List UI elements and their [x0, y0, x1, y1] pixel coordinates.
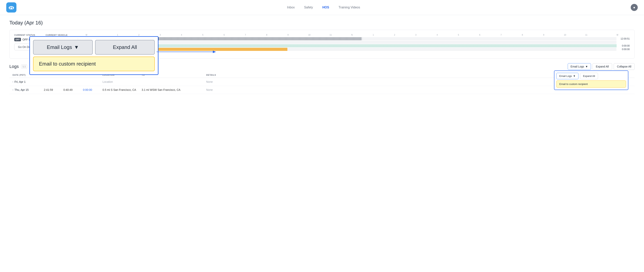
- date-fri: Fri, Apr 1: [14, 80, 26, 83]
- actual-dropdown-panel: Email Logs ▼ Expand All Email to custom …: [554, 70, 628, 90]
- chart-row-off: OFF 12:00:51: [77, 37, 630, 40]
- cell-details-2: None: [206, 88, 226, 92]
- collapse-all-button[interactable]: Collapse All: [614, 63, 634, 70]
- region-label: CA-135: [85, 52, 630, 54]
- app-logo[interactable]: [6, 2, 16, 12]
- nav-hos[interactable]: HOS: [322, 6, 329, 9]
- cell-2-2: 2:41:59: [44, 88, 64, 92]
- col-details: DETAILS: [206, 74, 226, 76]
- svg-rect-6: [12, 7, 13, 8]
- time-label-n: N: [341, 34, 363, 36]
- time-label-8pm: 8: [512, 34, 533, 36]
- time-label-7: 7: [235, 34, 256, 36]
- chart-bar-d: [86, 44, 616, 47]
- email-logs-container: Email Logs ▼ Email to custom recipient: [568, 63, 591, 70]
- time-label-6pm: 6: [469, 34, 490, 36]
- logs-version: 1.1: [21, 64, 27, 68]
- nav-training[interactable]: Training Videos: [338, 6, 360, 9]
- table-row: ‹ Fri, Apr 1 Location None: [10, 78, 634, 86]
- date-thu: Thu, Apr 15: [14, 88, 28, 92]
- time-label-5: 5: [192, 34, 214, 36]
- actual-buttons-row: Email Logs ▼ Expand All: [554, 71, 628, 79]
- time-label-3pm: 3: [405, 34, 426, 36]
- user-avatar[interactable]: ●: [631, 4, 638, 11]
- chart-timeline: M 1 2 3 4 5 6 7 8 9 10 11 N 1 2: [77, 34, 630, 54]
- chart-bar-on: [86, 48, 616, 51]
- logo-icon: [8, 4, 15, 11]
- actual-email-logs-button[interactable]: Email Logs ▼: [556, 73, 578, 79]
- email-logs-button[interactable]: Email Logs ▼: [568, 63, 591, 70]
- chevron-thu: ‹: [12, 88, 13, 91]
- cell-location-1: Location: [102, 80, 142, 83]
- time-label-10: 10: [299, 34, 320, 36]
- chart-bar-off: [86, 37, 616, 40]
- cell-3-2: 0:40:49: [64, 88, 83, 92]
- app-header: Inbox Safety HOS Training Videos ●: [0, 0, 644, 15]
- actual-dropdown-item[interactable]: Email to custom recipient: [556, 80, 626, 88]
- current-vehicle-label: CURRENT VEHICLE: [46, 34, 68, 36]
- chart-bar-sb: [86, 41, 616, 44]
- cell-location-2: 0.5 mi S San Francisco, CA: [102, 88, 142, 92]
- page-title: Today (Apr 16): [10, 20, 634, 26]
- chart-row-on: ON 0:00:00: [77, 48, 630, 51]
- row-toggle-fri[interactable]: ‹ Fri, Apr 1: [12, 80, 44, 83]
- time-label-10pm: 10: [554, 34, 576, 36]
- zoom-dropdown-item[interactable]: Email to custom recipient: [33, 56, 155, 71]
- logs-title-area: Logs 1.1: [10, 64, 27, 69]
- time-label-3: 3: [150, 34, 171, 36]
- time-label-m-start: M: [86, 34, 107, 36]
- cell-to-2: 3.1 mi WSW San Francisco, CA: [142, 88, 190, 92]
- time-label-1pm: 1: [363, 34, 384, 36]
- time-label-7pm: 7: [490, 34, 512, 36]
- zoom-buttons-row: Email Logs ▼ Expand All: [30, 37, 158, 54]
- current-status-label: CURRENT STATUS: [14, 34, 36, 36]
- zoom-expand-all-button[interactable]: Expand All: [95, 40, 155, 54]
- chevron-fri: ‹: [12, 80, 13, 83]
- nav-safety[interactable]: Safety: [304, 6, 313, 9]
- time-label-2: 2: [128, 34, 150, 36]
- chart-row-d: D 0:00:00: [77, 44, 630, 47]
- zoom-email-logs-button[interactable]: Email Logs ▼: [33, 40, 93, 54]
- col-7: [190, 74, 206, 76]
- svg-rect-5: [10, 7, 11, 8]
- time-label-5pm: 5: [448, 34, 469, 36]
- expand-all-button[interactable]: Expand All: [592, 63, 612, 70]
- chart-time-on: 0:00:00: [618, 48, 630, 51]
- time-label-4pm: 4: [426, 34, 448, 36]
- time-label-9pm: 9: [533, 34, 554, 36]
- time-label-4: 4: [171, 34, 192, 36]
- zoom-panel: Email Logs ▼ Expand All Email to custom …: [29, 36, 158, 75]
- cell-4-2: 0:00:00: [83, 88, 102, 92]
- time-label-8: 8: [256, 34, 278, 36]
- chart-time-d: 0:00:00: [618, 44, 630, 47]
- time-label-m-end: M: [597, 34, 618, 36]
- time-label-2pm: 2: [384, 34, 405, 36]
- off-badge: OFF: [14, 38, 21, 41]
- row-toggle-thu[interactable]: ‹ Thu, Apr 15: [12, 88, 44, 92]
- time-label-9: 9: [278, 34, 299, 36]
- chart-row-sb: SB: [77, 41, 630, 44]
- logs-actions: Email Logs ▼ Email to custom recipient E…: [568, 63, 634, 70]
- svg-point-3: [12, 8, 13, 10]
- main-nav: Inbox Safety HOS Training Videos: [287, 6, 360, 9]
- table-row: ‹ Thu, Apr 15 2:41:59 0:40:49 0:00:00 0.…: [10, 86, 634, 94]
- time-label-6: 6: [214, 34, 235, 36]
- time-label-1: 1: [107, 34, 128, 36]
- logs-title: Logs: [10, 64, 19, 69]
- nav-inbox[interactable]: Inbox: [287, 6, 294, 9]
- time-label-11pm: 11: [576, 34, 597, 36]
- chart-time-off: 12:00:51: [618, 38, 630, 40]
- actual-expand-all-button[interactable]: Expand All: [580, 73, 598, 79]
- cell-details-1: None: [206, 80, 226, 83]
- svg-point-2: [10, 8, 11, 10]
- time-label-11: 11: [320, 34, 341, 36]
- hos-chart: M 1 2 3 4 5 6 7 8 9 10 11 N 1 2: [77, 34, 630, 54]
